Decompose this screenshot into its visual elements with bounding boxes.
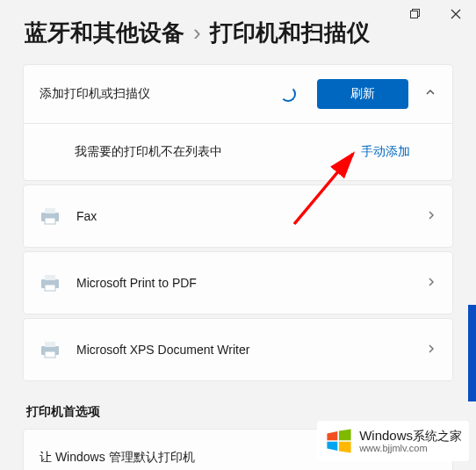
svg-rect-8 — [45, 275, 55, 280]
svg-marker-17 — [339, 442, 351, 453]
chevron-right-icon — [426, 342, 436, 358]
watermark-brand: Windows系统之家 — [359, 429, 462, 444]
svg-marker-15 — [339, 429, 351, 440]
svg-rect-6 — [45, 218, 55, 224]
breadcrumb-parent[interactable]: 蓝牙和其他设备 — [25, 18, 184, 48]
restore-icon — [410, 9, 421, 19]
printer-item[interactable]: Fax — [23, 184, 453, 248]
printer-name: Microsoft Print to PDF — [76, 276, 426, 290]
refresh-button[interactable]: 刷新 — [317, 79, 408, 109]
close-window-button[interactable] — [436, 0, 476, 28]
svg-rect-5 — [45, 208, 55, 213]
watermark-url: www.bjjmlv.com — [359, 443, 462, 453]
chevron-up-icon[interactable] — [424, 86, 436, 102]
add-printer-label: 添加打印机或扫描仪 — [40, 86, 280, 102]
svg-rect-11 — [45, 342, 55, 347]
svg-rect-1 — [411, 11, 418, 18]
printer-icon — [40, 274, 61, 292]
windows-logo-icon — [324, 426, 354, 456]
chevron-right-icon — [426, 275, 436, 291]
printer-item[interactable]: Microsoft Print to PDF — [23, 251, 453, 315]
close-icon — [451, 9, 461, 19]
watermark: Windows系统之家 www.bjjmlv.com — [317, 421, 469, 461]
breadcrumb-separator: › — [193, 19, 201, 47]
printer-item[interactable]: Microsoft XPS Document Writer — [23, 318, 453, 381]
chevron-right-icon — [426, 208, 436, 224]
loading-spinner-icon — [280, 86, 296, 102]
add-printer-section: 添加打印机或扫描仪 刷新 我需要的打印机不在列表中 手动添加 — [23, 64, 453, 181]
printer-icon — [40, 207, 61, 225]
svg-marker-14 — [328, 431, 338, 440]
breadcrumb-current: 打印机和扫描仪 — [210, 18, 370, 48]
manual-add-link[interactable]: 手动添加 — [361, 144, 410, 160]
printer-name: Fax — [76, 209, 426, 223]
svg-marker-16 — [328, 442, 338, 451]
printer-not-listed-row: 我需要的打印机不在列表中 手动添加 — [24, 124, 452, 180]
printer-name: Microsoft XPS Document Writer — [76, 343, 426, 357]
add-printer-row: 添加打印机或扫描仪 刷新 — [24, 65, 452, 124]
printer-icon — [40, 341, 61, 358]
svg-rect-12 — [45, 351, 55, 358]
svg-rect-9 — [45, 285, 55, 291]
restore-window-button[interactable] — [395, 0, 436, 28]
not-listed-label: 我需要的打印机不在列表中 — [40, 144, 361, 160]
